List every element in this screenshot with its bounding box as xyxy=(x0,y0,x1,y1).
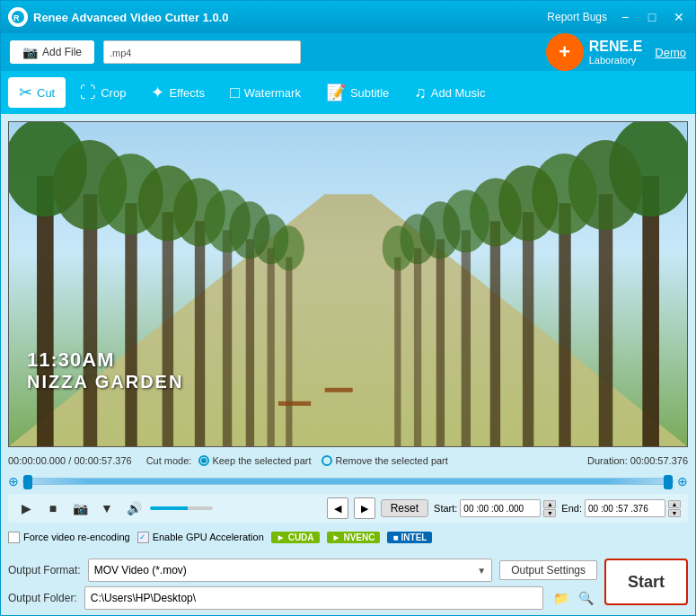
timeline-handle-right[interactable] xyxy=(664,475,673,489)
cuda-icon: ► xyxy=(277,532,286,542)
format-value: MOV Video (*.mov) xyxy=(94,564,187,576)
video-preview: 11:30AM NIZZA GARDEN xyxy=(8,121,688,447)
app-title: Renee Advanced Video Cutter 1.0.0 xyxy=(33,11,547,24)
start-button[interactable]: Start xyxy=(604,559,688,605)
play-button[interactable]: ▶ xyxy=(15,497,37,519)
svg-rect-40 xyxy=(325,388,353,392)
output-settings-button[interactable]: Output Settings xyxy=(499,560,597,580)
cut-icon: ✂ xyxy=(19,83,32,102)
format-row: Output Format: MOV Video (*.mov) ▼ Outpu… xyxy=(8,559,597,582)
cut-label: Cut xyxy=(37,86,55,100)
svg-rect-5 xyxy=(84,194,98,446)
tab-crop[interactable]: ⛶ Crop xyxy=(69,78,137,108)
svg-rect-11 xyxy=(268,248,275,446)
remove-selected-radio[interactable]: Remove the selected part xyxy=(322,455,447,466)
cut-mode-label: Cut mode: xyxy=(146,455,192,466)
timeline-row: ⊕ ⊕ xyxy=(8,474,688,488)
close-button[interactable]: ✕ xyxy=(670,8,688,26)
dropdown-button[interactable]: ▼ xyxy=(96,497,118,519)
header: 📷 Add File .mp4 RENE.E Laboratory Demo xyxy=(1,33,695,71)
timeline-track[interactable] xyxy=(22,478,674,485)
svg-rect-23 xyxy=(599,194,613,446)
nvenc-icon: ► xyxy=(332,532,341,542)
subtitle-label: Subtitle xyxy=(350,86,389,100)
timeline-handle-left[interactable] xyxy=(23,475,32,489)
intel-icon: ■ xyxy=(392,532,398,542)
file-path-display[interactable]: .mp4 xyxy=(103,40,301,64)
zoom-out-button[interactable]: ⊕ xyxy=(8,474,19,488)
force-encoding-checkbox[interactable]: Force video re-encoding xyxy=(8,532,130,543)
nvenc-badge: ► NVENC xyxy=(327,532,381,543)
keep-radio-dot xyxy=(198,455,209,466)
folder-row: Output Folder: C:\Users\HP\Desktop\ 📁 🔍 xyxy=(8,586,597,610)
add-file-button[interactable]: 📷 Add File xyxy=(10,40,94,64)
start-time-input[interactable] xyxy=(460,499,541,517)
bottom-area: Output Format: MOV Video (*.mov) ▼ Outpu… xyxy=(1,553,695,615)
effects-icon: ✦ xyxy=(151,83,164,102)
brand-text-block: RENE.E Laboratory xyxy=(589,39,643,66)
crop-icon: ⛶ xyxy=(80,84,96,102)
stop-button[interactable]: ■ xyxy=(42,497,64,519)
svg-rect-41 xyxy=(278,401,311,406)
prev-frame-button[interactable]: ◀ xyxy=(327,497,348,519)
next-frame-button[interactable]: ▶ xyxy=(354,497,375,519)
end-time-field: End: ▲ ▼ xyxy=(561,499,681,517)
end-time-input[interactable] xyxy=(585,499,665,517)
zoom-in-button[interactable]: ⊕ xyxy=(677,474,688,488)
end-time-spin: ▲ ▼ xyxy=(668,500,681,517)
start-time-spin: ▲ ▼ xyxy=(543,500,556,517)
mute-button[interactable]: 🔊 xyxy=(123,497,145,519)
tab-subtitle[interactable]: 📝 Subtitle xyxy=(315,77,400,108)
format-select[interactable]: MOV Video (*.mov) ▼ xyxy=(88,559,493,582)
titlebar-controls: Report Bugs − □ ✕ xyxy=(547,8,688,26)
reset-button[interactable]: Reset xyxy=(381,499,428,517)
tab-watermark[interactable]: □ Watermark xyxy=(219,78,312,108)
svg-rect-25 xyxy=(523,212,533,446)
end-time-down[interactable]: ▼ xyxy=(668,509,681,517)
end-label: End: xyxy=(561,503,582,514)
folder-icons: 📁 🔍 xyxy=(551,587,597,609)
options-row: Force video re-encoding ✓ Enable GPU Acc… xyxy=(8,528,688,546)
titlebar: R Renee Advanced Video Cutter 1.0.0 Repo… xyxy=(1,1,695,33)
tab-add-music[interactable]: ♫ Add Music xyxy=(403,78,496,108)
minimize-button[interactable]: − xyxy=(616,8,634,26)
cuda-badge: ► CUDA xyxy=(271,532,320,543)
volume-slider[interactable] xyxy=(150,506,213,510)
gpu-acceleration-checkbox[interactable]: ✓ Enable GPU Acceleration xyxy=(137,532,264,543)
toolbar: ✂ Cut ⛶ Crop ✦ Effects □ Watermark 📝 Sub… xyxy=(1,71,695,114)
start-time-up[interactable]: ▲ xyxy=(543,500,556,508)
status-row: 00:00:00.000 / 00:00:57.376 Cut mode: Ke… xyxy=(8,453,688,469)
brand-logo: RENE.E Laboratory Demo xyxy=(546,33,686,71)
video-time-text: 11:30AM xyxy=(27,348,183,372)
svg-point-39 xyxy=(383,225,414,270)
add-file-icon: 📷 xyxy=(22,45,38,59)
browse-folder-button[interactable]: 📁 xyxy=(551,587,572,609)
format-arrow-icon: ▼ xyxy=(477,566,486,576)
tab-cut[interactable]: ✂ Cut xyxy=(8,77,66,108)
tab-effects[interactable]: ✦ Effects xyxy=(140,77,216,108)
maximize-button[interactable]: □ xyxy=(643,8,661,26)
controls-row: ▶ ■ 📷 ▼ 🔊 ◀ ▶ Reset Start: ▲ ▼ End: xyxy=(8,494,688,523)
format-label: Output Format: xyxy=(8,564,81,576)
svg-rect-8 xyxy=(195,221,205,446)
demo-link[interactable]: Demo xyxy=(655,46,686,59)
main-content: 11:30AM NIZZA GARDEN 00:00:00.000 / 00:0… xyxy=(1,114,695,553)
svg-text:R: R xyxy=(13,13,20,22)
keep-selected-radio[interactable]: Keep the selected part xyxy=(198,455,311,466)
end-time-up[interactable]: ▲ xyxy=(668,500,681,508)
report-bugs-link[interactable]: Report Bugs xyxy=(547,11,607,23)
force-encoding-label: Force video re-encoding xyxy=(23,532,130,542)
svg-rect-6 xyxy=(125,203,137,446)
svg-rect-9 xyxy=(223,230,232,446)
bottom-main: Output Format: MOV Video (*.mov) ▼ Outpu… xyxy=(8,559,688,610)
svg-rect-7 xyxy=(163,212,173,446)
svg-rect-30 xyxy=(394,257,401,446)
remove-label: Remove the selected part xyxy=(335,455,447,466)
subtitle-icon: 📝 xyxy=(326,83,346,102)
folder-path-display: C:\Users\HP\Desktop\ xyxy=(84,586,543,610)
search-folder-button[interactable]: 🔍 xyxy=(576,587,597,609)
screenshot-button[interactable]: 📷 xyxy=(69,497,91,519)
watermark-icon: □ xyxy=(230,84,240,102)
video-text-overlay: 11:30AM NIZZA GARDEN xyxy=(27,348,183,392)
start-time-down[interactable]: ▼ xyxy=(543,509,556,517)
